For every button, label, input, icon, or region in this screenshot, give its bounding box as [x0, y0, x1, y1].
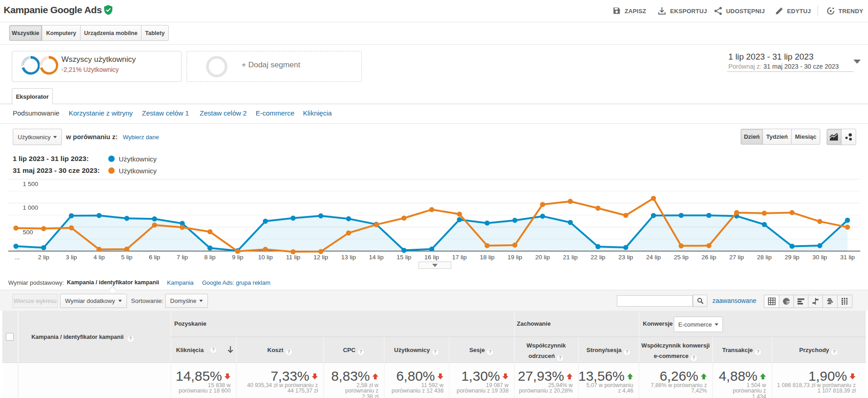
- svg-text:22 lip: 22 lip: [590, 254, 605, 261]
- svg-text:4 lip: 4 lip: [93, 254, 105, 261]
- svg-text:5 lip: 5 lip: [121, 254, 132, 261]
- svg-text:12 lip: 12 lip: [313, 254, 328, 261]
- svg-text:8 lip: 8 lip: [204, 254, 216, 261]
- svg-text:13 lip: 13 lip: [341, 254, 356, 261]
- svg-text:7 lip: 7 lip: [177, 254, 188, 261]
- svg-text:...: ...: [15, 254, 20, 261]
- svg-text:21 lip: 21 lip: [563, 254, 577, 261]
- svg-text:31 lip: 31 lip: [840, 254, 855, 261]
- svg-text:16 lip: 16 lip: [424, 254, 439, 261]
- svg-text:500: 500: [23, 229, 33, 236]
- svg-text:24 lip: 24 lip: [646, 254, 661, 261]
- svg-text:3 lip: 3 lip: [66, 254, 77, 261]
- svg-text:11 lip: 11 lip: [286, 254, 300, 261]
- svg-text:19 lip: 19 lip: [508, 254, 522, 261]
- svg-text:30 lip: 30 lip: [812, 254, 827, 261]
- svg-text:14 lip: 14 lip: [369, 254, 384, 261]
- svg-text:23 lip: 23 lip: [618, 254, 633, 261]
- svg-text:1 000: 1 000: [23, 204, 38, 211]
- svg-text:9 lip: 9 lip: [232, 254, 243, 261]
- svg-text:17 lip: 17 lip: [452, 254, 467, 261]
- svg-text:20 lip: 20 lip: [535, 254, 550, 261]
- svg-text:1 500: 1 500: [23, 181, 38, 187]
- svg-text:25 lip: 25 lip: [674, 254, 688, 261]
- svg-text:6 lip: 6 lip: [149, 254, 160, 261]
- svg-text:10 lip: 10 lip: [258, 254, 273, 261]
- svg-text:2 lip: 2 lip: [38, 254, 50, 261]
- svg-text:28 lip: 28 lip: [757, 254, 772, 261]
- svg-text:26 lip: 26 lip: [701, 254, 716, 261]
- svg-text:18 lip: 18 lip: [480, 254, 495, 261]
- svg-text:29 lip: 29 lip: [785, 254, 799, 261]
- svg-text:27 lip: 27 lip: [729, 254, 744, 261]
- svg-text:15 lip: 15 lip: [397, 254, 411, 261]
